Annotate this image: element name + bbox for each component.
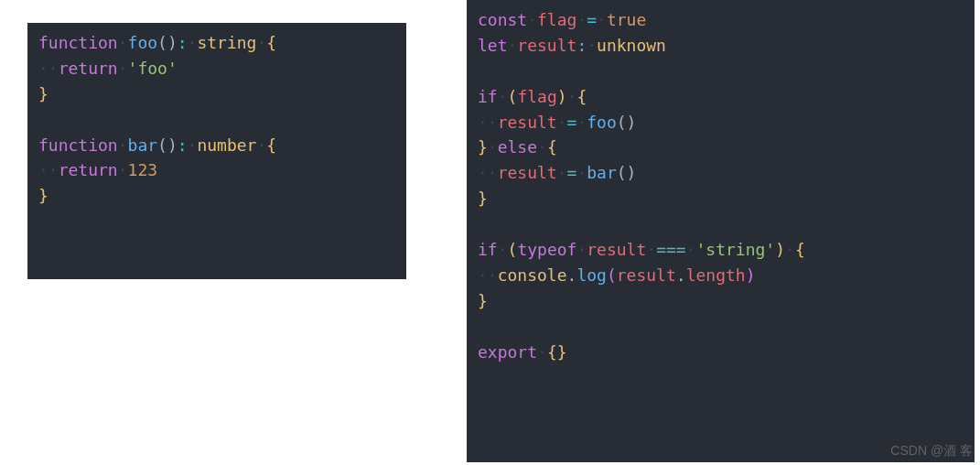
code-token: ·· xyxy=(478,265,498,285)
code-token: } xyxy=(478,189,488,208)
code-line: ··return·'foo' xyxy=(38,56,395,81)
code-token: = xyxy=(567,113,577,132)
code-token: · xyxy=(576,113,587,132)
code-token: · xyxy=(537,137,547,157)
code-token: · xyxy=(785,240,795,259)
code-token: · xyxy=(576,163,587,182)
code-token: length xyxy=(686,265,746,285)
code-token: return xyxy=(59,59,118,78)
code-token: ( xyxy=(508,240,518,259)
code-line: function·foo():·string·{ xyxy=(38,30,395,56)
code-token: · xyxy=(576,240,587,259)
code-block-left: function·foo():·string·{··return·'foo'} … xyxy=(27,23,406,279)
code-token: · xyxy=(537,342,547,362)
code-line: function·bar():·number·{ xyxy=(38,133,395,158)
code-token: else xyxy=(498,137,537,157)
code-token: bar xyxy=(587,163,617,182)
code-token: foo xyxy=(587,113,617,132)
code-token: typeof xyxy=(517,240,576,259)
code-token: : xyxy=(178,33,188,52)
code-token: ·· xyxy=(38,160,59,179)
code-token: · xyxy=(527,10,537,29)
code-token: unknown xyxy=(597,36,666,55)
code-token: : xyxy=(576,36,587,55)
code-token: · xyxy=(508,36,518,55)
code-token: flag xyxy=(537,10,576,29)
code-token: } xyxy=(38,186,48,205)
code-token: result xyxy=(498,163,557,182)
code-token: foo xyxy=(128,33,158,52)
code-line: ··console.log(result.length) xyxy=(478,263,964,288)
code-token: return xyxy=(59,160,118,179)
code-line: let·result:·unknown xyxy=(478,33,964,59)
code-token: ( xyxy=(607,265,617,285)
code-token: · xyxy=(118,33,128,52)
code-block-right: const·flag·=·truelet·result:·unknown if·… xyxy=(467,0,975,462)
code-line: ··result·=·bar() xyxy=(478,160,964,186)
code-token: · xyxy=(686,240,696,259)
code-line: } xyxy=(478,288,964,314)
code-token: () xyxy=(617,163,637,182)
code-token: === xyxy=(656,240,686,259)
code-token: ·· xyxy=(38,59,59,78)
code-token: · xyxy=(567,87,577,106)
code-token: result xyxy=(517,36,576,55)
code-token: = xyxy=(587,10,597,29)
code-line: ··result·=·foo() xyxy=(478,110,964,135)
code-token: · xyxy=(256,33,266,52)
code-token: ·· xyxy=(478,163,498,182)
code-token: let xyxy=(478,36,508,55)
code-token: () xyxy=(617,113,637,132)
code-token: 123 xyxy=(128,160,158,179)
code-token: function xyxy=(38,135,118,155)
code-token: { xyxy=(547,137,557,157)
code-token: · xyxy=(498,240,508,259)
code-token: · xyxy=(646,240,656,259)
code-token: if xyxy=(478,87,498,106)
code-line: const·flag·=·true xyxy=(478,7,964,33)
code-token: · xyxy=(557,163,567,182)
code-line: if·(typeof·result·===·'string')·{ xyxy=(478,237,964,263)
code-token: string xyxy=(197,33,256,52)
code-token: flag xyxy=(517,87,556,106)
code-line: }·else·{ xyxy=(478,135,964,160)
code-token: { xyxy=(266,33,276,52)
code-token: console xyxy=(498,265,567,285)
code-token: result xyxy=(617,265,676,285)
code-token: · xyxy=(587,36,597,55)
code-token: · xyxy=(118,135,128,155)
code-token: · xyxy=(118,160,128,179)
code-token: · xyxy=(597,10,607,29)
code-token: . xyxy=(567,265,577,285)
code-token: ) xyxy=(746,265,756,285)
code-token: · xyxy=(188,135,198,155)
code-token: ) xyxy=(557,87,567,106)
code-token: result xyxy=(498,113,557,132)
code-token: · xyxy=(488,137,498,157)
watermark-text: CSDN @酒 客 xyxy=(890,443,973,460)
code-token: true xyxy=(607,10,646,29)
code-token: ) xyxy=(775,240,785,259)
code-line: export·{} xyxy=(478,340,964,365)
code-line: if·(flag)·{ xyxy=(478,84,964,110)
code-token: if xyxy=(478,240,498,259)
code-token: } xyxy=(38,84,48,103)
code-token: } xyxy=(478,137,488,157)
code-token: () xyxy=(157,135,178,155)
code-token: function xyxy=(38,33,118,52)
code-line xyxy=(478,211,964,237)
code-line xyxy=(38,107,395,133)
code-token: 'string' xyxy=(695,240,775,259)
code-token: export xyxy=(478,342,537,362)
code-token: ( xyxy=(508,87,518,106)
code-token: · xyxy=(576,10,587,29)
code-token: · xyxy=(118,59,128,78)
code-token: {} xyxy=(547,342,567,362)
code-token: · xyxy=(498,87,508,106)
code-token: result xyxy=(587,240,646,259)
code-token: · xyxy=(256,135,266,155)
code-line: } xyxy=(478,186,964,211)
code-token: : xyxy=(178,135,188,155)
code-token: const xyxy=(478,10,527,29)
code-token: ·· xyxy=(478,113,498,132)
